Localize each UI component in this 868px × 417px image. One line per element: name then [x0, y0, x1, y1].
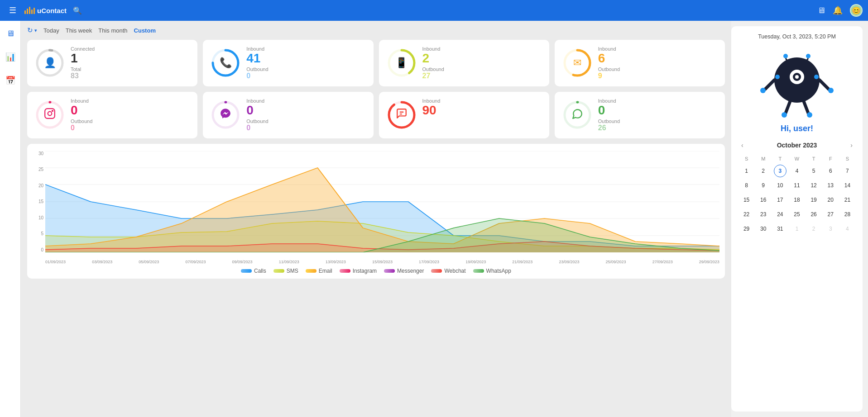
calls-sub-label: Outbound	[246, 66, 268, 72]
filter-this-month[interactable]: This month	[98, 27, 127, 34]
y-label-4: 20	[33, 183, 43, 188]
avatar[interactable]: 😊	[850, 4, 863, 17]
instagram-sub-value: 0	[71, 124, 92, 132]
cal-day-8[interactable]: 8	[740, 179, 753, 192]
nav-reports[interactable]: 📊	[3, 50, 18, 64]
instagram-value: 0	[71, 104, 92, 118]
cal-day-10[interactable]: 10	[774, 179, 786, 192]
x-label-11: 23/09/2023	[559, 260, 579, 264]
whatsapp-value: 0	[598, 104, 620, 118]
legend-sms: SMS	[273, 268, 298, 274]
cal-day-31[interactable]: 31	[774, 223, 786, 235]
x-label-0: 01/09/2023	[45, 260, 66, 264]
card-email: ✉ Inbound 6 Outbound 9	[555, 40, 725, 86]
email-sub-value: 9	[598, 72, 620, 80]
svg-line-47	[804, 101, 808, 113]
cal-day-24[interactable]: 24	[774, 208, 786, 221]
cal-day-2[interactable]: 2	[757, 165, 770, 177]
x-label-14: 29/09/2023	[699, 260, 719, 264]
calendar-month-year: October 2023	[777, 142, 817, 149]
card-messenger: Inbound 0 Outbound 0	[203, 92, 373, 138]
nav-dashboard[interactable]: 🖥	[3, 26, 18, 41]
calls-sub-value: 0	[246, 72, 268, 80]
cal-day-13[interactable]: 13	[824, 179, 837, 192]
monitor-icon[interactable]: 🖥	[817, 6, 825, 15]
right-panel: Tuesday, Oct 3, 2023, 5:20 PM	[731, 26, 863, 412]
cal-day-7[interactable]: 7	[841, 165, 854, 177]
whatsapp-sub-value: 26	[598, 124, 620, 132]
cal-day-1[interactable]: 1	[740, 165, 753, 177]
cal-day-28[interactable]: 28	[841, 208, 854, 221]
cal-day-15[interactable]: 15	[740, 194, 753, 206]
cal-header-t1: T	[772, 154, 788, 163]
filter-this-week[interactable]: This week	[66, 27, 92, 34]
robot-illustration	[758, 46, 835, 118]
cal-day-25[interactable]: 25	[791, 208, 803, 221]
svg-point-11	[48, 112, 52, 116]
cal-day-30[interactable]: 30	[757, 223, 770, 235]
cal-day-5[interactable]: 5	[807, 165, 820, 177]
messenger-sub-value: 0	[246, 124, 268, 132]
sms-sub-label: Outbound	[422, 66, 444, 72]
webchat-label: Inbound	[422, 98, 444, 104]
cal-day-23[interactable]: 23	[757, 208, 770, 221]
filter-today[interactable]: Today	[43, 27, 59, 34]
menu-icon[interactable]: ☰	[5, 3, 20, 18]
cal-header-f: F	[823, 154, 839, 163]
cal-day-12[interactable]: 12	[807, 179, 820, 192]
cal-day-22[interactable]: 22	[740, 208, 753, 221]
cal-day-27[interactable]: 27	[824, 208, 837, 221]
cal-day-6[interactable]: 6	[824, 165, 837, 177]
cal-day-19[interactable]: 19	[807, 194, 820, 206]
cal-next-4[interactable]: 4	[841, 223, 854, 235]
calendar-prev-button[interactable]: ‹	[739, 141, 746, 150]
cal-day-4[interactable]: 4	[791, 165, 803, 177]
calendar-grid: S M T W T F S 1 2 3 4 5 6 7 8	[739, 154, 855, 236]
calendar-next-button[interactable]: ›	[848, 141, 855, 150]
cal-header-t2: T	[806, 154, 822, 163]
x-label-3: 07/09/2023	[185, 260, 206, 264]
filter-custom[interactable]: Custom	[134, 27, 156, 34]
cal-next-3[interactable]: 3	[824, 223, 837, 235]
cal-day-29[interactable]: 29	[740, 223, 753, 235]
nav-calendar[interactable]: 📅	[3, 73, 18, 88]
filter-bar: ↻ ▾ Today This week This month Custom	[27, 26, 725, 34]
refresh-button[interactable]: ↻ ▾	[27, 26, 37, 34]
card-connected: 👤 Connected 1 Total 83	[27, 40, 197, 86]
search-icon[interactable]: 🔍	[73, 6, 82, 15]
cal-day-3-today[interactable]: 3	[774, 165, 786, 177]
cal-next-1[interactable]: 1	[791, 223, 803, 235]
cal-day-26[interactable]: 26	[807, 208, 820, 221]
x-label-4: 09/09/2023	[232, 260, 253, 264]
instagram-label: Inbound	[71, 98, 92, 104]
y-label-6: 30	[33, 151, 43, 156]
sms-value: 2	[422, 52, 444, 66]
cal-day-20[interactable]: 20	[824, 194, 837, 206]
cal-day-9[interactable]: 9	[757, 179, 770, 192]
y-label-2: 10	[33, 215, 43, 220]
cal-day-18[interactable]: 18	[791, 194, 803, 206]
card-sms: 📱 Inbound 2 Outbound 27	[379, 40, 549, 86]
legend-messenger: Messenger	[384, 268, 424, 274]
cal-day-16[interactable]: 16	[757, 194, 770, 206]
cal-next-2[interactable]: 2	[807, 223, 820, 235]
cal-header-s2: S	[839, 154, 855, 163]
legend-webchat: Webchat	[431, 268, 465, 274]
y-label-0: 0	[33, 247, 43, 252]
connected-value: 1	[71, 52, 95, 66]
x-label-9: 19/09/2023	[465, 260, 486, 264]
instagram-sub-label: Outbound	[71, 118, 92, 124]
bell-icon[interactable]: 🔔	[833, 5, 843, 15]
whatsapp-label: Inbound	[598, 98, 620, 104]
cal-day-11[interactable]: 11	[791, 179, 803, 192]
svg-point-50	[814, 75, 819, 79]
legend-calls: Calls	[241, 268, 266, 274]
cal-header-m: M	[755, 154, 771, 163]
svg-point-49	[775, 75, 780, 79]
cal-day-21[interactable]: 21	[841, 194, 854, 206]
whatsapp-sub-label: Outbound	[598, 118, 620, 124]
svg-point-48	[807, 112, 812, 118]
cal-day-17[interactable]: 17	[774, 194, 786, 206]
x-label-13: 27/09/2023	[652, 260, 673, 264]
cal-day-14[interactable]: 14	[841, 179, 854, 192]
